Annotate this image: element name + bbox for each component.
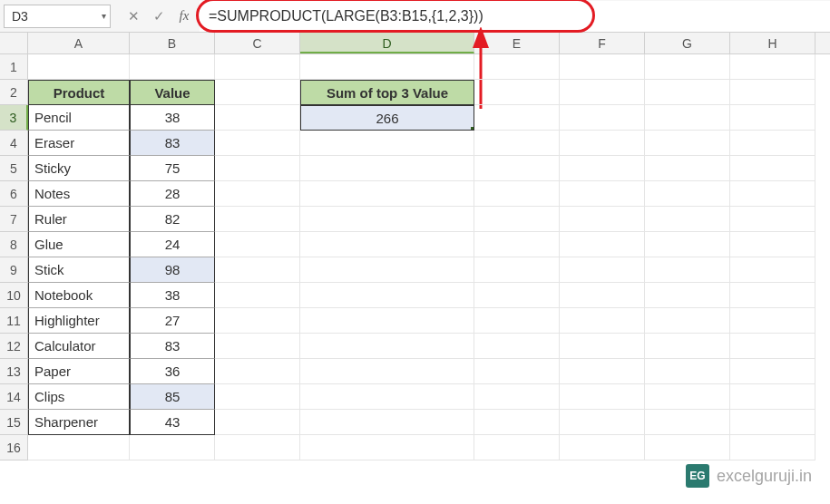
cell-B13[interactable]: 36 <box>130 359 215 384</box>
col-header-B[interactable]: B <box>130 33 215 53</box>
cell-H2[interactable] <box>730 80 815 105</box>
cell-H1[interactable] <box>730 54 815 80</box>
cell-A8[interactable]: Glue <box>28 232 130 257</box>
fx-icon[interactable]: fx <box>176 8 192 24</box>
cell-H3[interactable] <box>730 105 815 131</box>
column-headers: A B C D E F G H <box>28 33 830 54</box>
cell-B15[interactable]: 43 <box>130 410 215 435</box>
cell-A14[interactable]: Clips <box>28 384 130 410</box>
row-header-14[interactable]: 14 <box>0 384 28 410</box>
cell-B6[interactable]: 28 <box>130 181 215 207</box>
cell-A2[interactable]: Product <box>28 80 130 105</box>
row-2: 2 Product Value Sum of top 3 Value <box>0 80 830 105</box>
name-box-value: D3 <box>12 9 28 24</box>
cell-A1[interactable] <box>28 54 130 80</box>
watermark: EG excelguruji.in <box>686 464 812 488</box>
cell-B14[interactable]: 85 <box>130 384 215 410</box>
row-header-5[interactable]: 5 <box>0 156 28 181</box>
cell-A15[interactable]: Sharpener <box>28 410 130 435</box>
cell-B4[interactable]: 83 <box>130 131 215 156</box>
col-header-D[interactable]: D <box>300 33 474 53</box>
col-header-H[interactable]: H <box>730 33 815 53</box>
cell-A7[interactable]: Ruler <box>28 207 130 232</box>
cell-A11[interactable]: Highlighter <box>28 308 130 334</box>
cell-B1[interactable] <box>130 54 215 80</box>
row-header-2[interactable]: 2 <box>0 80 28 105</box>
cell-F3[interactable] <box>560 105 645 131</box>
cell-A6[interactable]: Notes <box>28 181 130 207</box>
cell-E1[interactable] <box>474 54 560 80</box>
name-box[interactable]: D3 ▾ <box>4 5 111 28</box>
row-header-9[interactable]: 9 <box>0 257 28 283</box>
col-header-A[interactable]: A <box>28 33 130 53</box>
row-header-10[interactable]: 10 <box>0 283 28 308</box>
cell-A12[interactable]: Calculator <box>28 334 130 359</box>
row-header-1[interactable]: 1 <box>0 54 28 80</box>
name-box-dropdown-icon[interactable]: ▾ <box>102 11 106 21</box>
cell-C3[interactable] <box>215 105 300 131</box>
row-header-4[interactable]: 4 <box>0 131 28 156</box>
cell-B12[interactable]: 83 <box>130 334 215 359</box>
formula-bar-buttons: ✕ ✓ fx <box>118 8 200 24</box>
cell-C1[interactable] <box>215 54 300 80</box>
cell-B11[interactable]: 27 <box>130 308 215 334</box>
row-1: 1 <box>0 54 830 80</box>
select-all-corner[interactable] <box>0 33 28 54</box>
formula-bar-row: D3 ▾ ✕ ✓ fx =SUMPRODUCT(LARGE(B3:B15,{1,… <box>0 0 830 33</box>
cell-E3[interactable] <box>474 105 560 131</box>
cell-A10[interactable]: Notebook <box>28 283 130 308</box>
cell-B9[interactable]: 98 <box>130 257 215 283</box>
cell-A9[interactable]: Stick <box>28 257 130 283</box>
cell-B7[interactable]: 82 <box>130 207 215 232</box>
cell-G3[interactable] <box>645 105 730 131</box>
row-header-12[interactable]: 12 <box>0 334 28 359</box>
row-3: 3 Pencil 38 266 <box>0 105 830 131</box>
cell-F2[interactable] <box>560 80 645 105</box>
cell-G2[interactable] <box>645 80 730 105</box>
cell-A5[interactable]: Sticky <box>28 156 130 181</box>
row-header-6[interactable]: 6 <box>0 181 28 207</box>
cell-B8[interactable]: 24 <box>130 232 215 257</box>
fill-handle[interactable] <box>471 127 474 131</box>
cell-B5[interactable]: 75 <box>130 156 215 181</box>
col-header-F[interactable]: F <box>560 33 645 53</box>
enter-icon[interactable]: ✓ <box>151 8 167 24</box>
row-header-7[interactable]: 7 <box>0 207 28 232</box>
cell-D1[interactable] <box>300 54 474 80</box>
row-header-13[interactable]: 13 <box>0 359 28 384</box>
row-header-15[interactable]: 15 <box>0 410 28 435</box>
cancel-icon[interactable]: ✕ <box>125 8 142 24</box>
col-header-C[interactable]: C <box>215 33 300 53</box>
formula-text: =SUMPRODUCT(LARGE(B3:B15,{1,2,3})) <box>209 8 483 24</box>
col-header-E[interactable]: E <box>474 33 560 53</box>
watermark-badge: EG <box>686 464 709 488</box>
row-header-3[interactable]: 3 <box>0 105 28 131</box>
cell-G1[interactable] <box>645 54 730 80</box>
cell-B10[interactable]: 38 <box>130 283 215 308</box>
cell-A3[interactable]: Pencil <box>28 105 130 131</box>
formula-input[interactable]: =SUMPRODUCT(LARGE(B3:B15,{1,2,3})) <box>200 1 830 32</box>
cell-C2[interactable] <box>215 80 300 105</box>
cell-A4[interactable]: Eraser <box>28 131 130 156</box>
cell-D2[interactable]: Sum of top 3 Value <box>300 80 474 105</box>
cell-F1[interactable] <box>560 54 645 80</box>
row-header-8[interactable]: 8 <box>0 232 28 257</box>
cell-E2[interactable] <box>474 80 560 105</box>
result-value: 266 <box>376 111 398 126</box>
cell-D3[interactable]: 266 <box>300 105 474 131</box>
watermark-text: excelguruji.in <box>717 467 812 486</box>
row-header-16[interactable]: 16 <box>0 435 28 460</box>
grid: 1 2 Product Value Sum of top 3 Value 3 P… <box>0 54 830 460</box>
cell-B2[interactable]: Value <box>130 80 215 105</box>
row-header-11[interactable]: 11 <box>0 308 28 334</box>
col-header-G[interactable]: G <box>645 33 730 53</box>
cell-A13[interactable]: Paper <box>28 359 130 384</box>
cell-B3[interactable]: 38 <box>130 105 215 131</box>
